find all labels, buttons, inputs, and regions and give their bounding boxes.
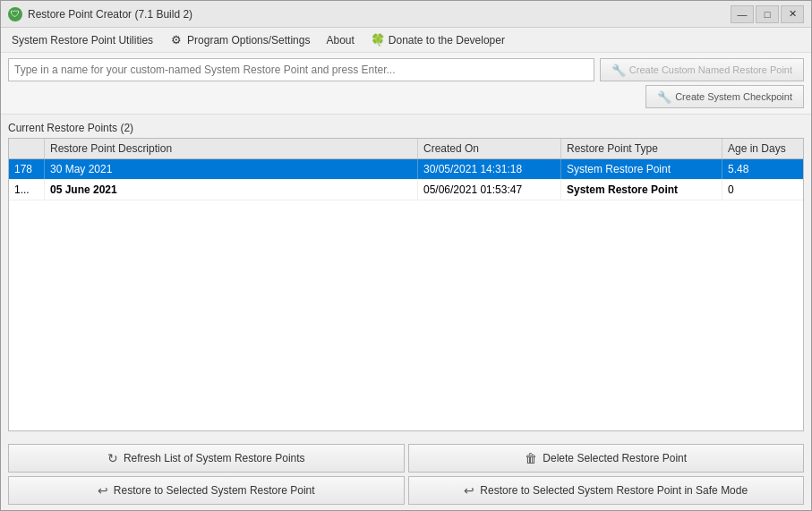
create-custom-icon: 🔧 (611, 64, 626, 77)
col-header-age[interactable]: Age in Days (722, 139, 803, 158)
main-content: Current Restore Points (2) Restore Point… (1, 115, 811, 439)
minimize-button[interactable]: — (731, 5, 754, 23)
table-cell: 05/06/2021 01:53:47 (418, 180, 561, 200)
table-cell: 0 (722, 180, 803, 200)
section-title: Current Restore Points (2) (8, 122, 804, 134)
menu-program-options-label: Program Options/Settings (187, 34, 310, 47)
close-button[interactable]: ✕ (781, 5, 804, 23)
maximize-button[interactable]: □ (756, 5, 779, 23)
col-header-id[interactable] (9, 139, 45, 158)
create-custom-button[interactable]: 🔧 Create Custom Named Restore Point (600, 58, 804, 81)
restore-safe-icon: ↩ (464, 483, 474, 498)
menu-system-restore-label: System Restore Point Utilities (12, 34, 153, 47)
col-header-created[interactable]: Created On (418, 139, 561, 158)
menu-system-restore[interactable]: System Restore Point Utilities (4, 31, 160, 49)
menu-program-options[interactable]: ⚙ Program Options/Settings (162, 30, 317, 50)
delete-button[interactable]: 🗑 Delete Selected Restore Point (408, 444, 805, 473)
menu-about[interactable]: About (319, 31, 361, 49)
menu-donate[interactable]: 🍀 Donate to the Developer (363, 30, 512, 50)
menu-donate-label: Donate to the Developer (389, 34, 505, 47)
title-bar-left: 🛡 Restore Point Creator (7.1 Build 2) (8, 7, 192, 21)
delete-icon: 🗑 (525, 451, 537, 465)
restore-icon: ↩ (98, 483, 108, 498)
title-bar: 🛡 Restore Point Creator (7.1 Build 2) — … (1, 1, 811, 28)
toolbar: 🔧 Create Custom Named Restore Point 🔧 Cr… (1, 53, 811, 115)
bottom-bar: ↻ Refresh List of System Restore Points … (1, 439, 811, 510)
table-cell: 05 June 2021 (45, 180, 418, 200)
refresh-icon: ↻ (107, 451, 118, 465)
col-header-type[interactable]: Restore Point Type (561, 139, 722, 158)
refresh-label: Refresh List of System Restore Points (124, 452, 305, 464)
toolbar-row-1: 🔧 Create Custom Named Restore Point (8, 58, 804, 81)
menu-bar: System Restore Point Utilities ⚙ Program… (1, 28, 811, 53)
donate-icon: 🍀 (371, 33, 385, 47)
menu-about-label: About (326, 34, 354, 47)
col-header-description[interactable]: Restore Point Description (45, 139, 418, 158)
restore-points-table: Restore Point Description Created On Res… (8, 138, 804, 431)
create-checkpoint-button[interactable]: 🔧 Create System Checkpoint (645, 85, 804, 108)
table-header: Restore Point Description Created On Res… (9, 139, 803, 159)
window-title: Restore Point Creator (7.1 Build 2) (28, 8, 192, 21)
table-row[interactable]: 17830 May 202130/05/2021 14:31:18System … (9, 159, 803, 180)
restore-safe-button[interactable]: ↩ Restore to Selected System Restore Poi… (408, 476, 805, 505)
checkpoint-icon: 🔧 (657, 90, 671, 104)
table-body: 17830 May 202130/05/2021 14:31:18System … (9, 159, 803, 429)
table-cell: 1... (9, 180, 45, 200)
delete-label: Delete Selected Restore Point (543, 452, 687, 464)
settings-icon: ⚙ (169, 33, 184, 47)
toolbar-row-2: 🔧 Create System Checkpoint (8, 85, 804, 108)
table-cell: 5.48 (722, 159, 803, 179)
custom-name-input[interactable] (8, 58, 594, 81)
restore-safe-label: Restore to Selected System Restore Point… (480, 484, 748, 497)
app-icon: 🛡 (8, 7, 22, 21)
table-cell: System Restore Point (561, 159, 722, 179)
table-cell: 178 (9, 159, 45, 179)
title-bar-controls: — □ ✕ (731, 5, 804, 23)
main-window: 🛡 Restore Point Creator (7.1 Build 2) — … (0, 0, 812, 511)
restore-button[interactable]: ↩ Restore to Selected System Restore Poi… (8, 476, 405, 505)
table-cell: System Restore Point (561, 180, 722, 200)
table-row[interactable]: 1...05 June 202105/06/2021 01:53:47Syste… (9, 180, 803, 200)
table-cell: 30 May 2021 (45, 159, 418, 179)
refresh-button[interactable]: ↻ Refresh List of System Restore Points (8, 444, 405, 473)
restore-label: Restore to Selected System Restore Point (114, 484, 315, 497)
table-cell: 30/05/2021 14:31:18 (418, 159, 561, 179)
